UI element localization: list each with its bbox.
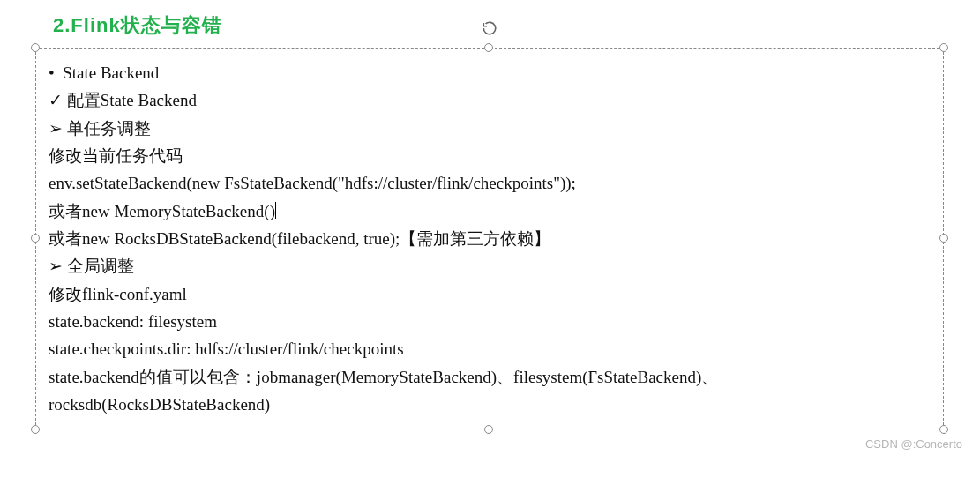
content-line: state.backend: filesystem (49, 308, 931, 335)
content-line: 修改当前任务代码 (49, 142, 931, 169)
content-line: 修改flink-conf.yaml (49, 280, 931, 308)
resize-handle-bottom-left[interactable] (31, 425, 40, 434)
rotate-handle-icon[interactable] (482, 20, 497, 36)
content-line: 或者new RocksDBStateBackend(filebackend, t… (49, 225, 931, 252)
content-line: env.setStateBackend(new FsStateBackend("… (49, 169, 931, 197)
resize-handle-top-right[interactable] (939, 43, 948, 52)
content-line: ✓ 配置State Backend (49, 86, 931, 114)
content-line: ➢ 单任务调整 (49, 115, 931, 142)
resize-handle-bottom-right[interactable] (939, 425, 948, 434)
content-line: state.backend的值可以包含：jobmanager(MemorySta… (49, 363, 931, 391)
watermark: CSDN @:Concerto (865, 437, 962, 451)
content-line: rocksdb(RocksDBStateBackend) (49, 391, 931, 418)
resize-handle-top-left[interactable] (31, 43, 40, 52)
content-line: • State Backend (49, 59, 931, 86)
content-line: state.checkpoints.dir: hdfs://cluster/fl… (49, 335, 931, 362)
resize-handle-bottom-middle[interactable] (484, 425, 493, 434)
slide-title: 2.Flink状态与容错 (53, 12, 962, 39)
text-cursor-icon (275, 202, 276, 219)
content-line: 或者new MemoryStateBackend() (49, 198, 931, 225)
resize-handle-middle-right[interactable] (939, 234, 948, 243)
content-line: ➢ 全局调整 (49, 252, 931, 280)
resize-handle-top-middle[interactable] (484, 43, 493, 52)
content-textbox[interactable]: • State Backend ✓ 配置State Backend ➢ 单任务调… (35, 48, 944, 429)
resize-handle-middle-left[interactable] (31, 234, 40, 243)
